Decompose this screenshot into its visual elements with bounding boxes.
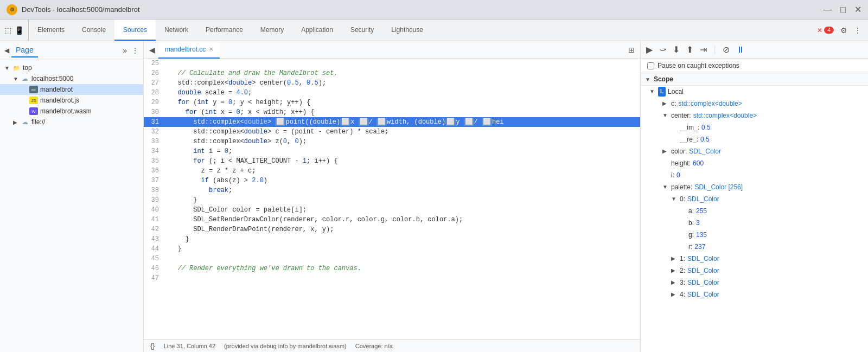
tree-item-top[interactable]: ▼ 📁 top xyxy=(0,62,143,73)
debug-info-status: (provided via debug info by mandelbrot.w… xyxy=(224,343,347,349)
editor-tab-close-icon[interactable]: ✕ xyxy=(209,46,213,52)
tree-label-top: top xyxy=(23,64,32,72)
tree-label-js: mandelbrot.js xyxy=(40,97,79,104)
palette-4-expand-icon: ▶ xyxy=(671,290,678,299)
editor-tabs: ◀ mandelbrot.cc ✕ ⊞ xyxy=(144,41,640,59)
step-button[interactable]: ⇥ xyxy=(699,43,708,56)
tree-label-file: file:// xyxy=(31,118,45,126)
page-tab[interactable]: Page xyxy=(11,43,38,57)
scope-c[interactable]: ▶ c: std::complex<double> xyxy=(641,98,868,110)
minimize-button[interactable]: — xyxy=(823,5,832,14)
inspect-icon[interactable]: ⬚ xyxy=(4,26,11,35)
scope-palette-0[interactable]: ▼ 0: SDL_Color xyxy=(641,193,868,205)
tree-item-localhost[interactable]: ▼ ☁ localhost:5000 xyxy=(0,73,143,84)
close-button[interactable]: ✕ xyxy=(854,5,861,14)
scope-i: i: 0 xyxy=(641,169,868,181)
coverage-status: Coverage: n/a xyxy=(355,343,393,349)
device-icon[interactable]: 📱 xyxy=(15,26,24,35)
deactivate-breakpoints-button[interactable]: ⊘ xyxy=(722,43,731,56)
maximize-button[interactable]: □ xyxy=(840,5,846,14)
editor-toolbar-right: ⊞ xyxy=(627,44,638,55)
pause-exceptions-checkbox[interactable] xyxy=(647,62,654,69)
scope-palette-4[interactable]: ▶ 4: SDL_Color xyxy=(641,289,868,300)
scope-palette-1[interactable]: ▶ 1: SDL_Color xyxy=(641,253,868,265)
code-line-39: 39 } xyxy=(144,195,640,205)
scope-center-im: __im_: 0.5 xyxy=(641,121,868,133)
title-bar: ⚙ DevTools - localhost:5000/mandelbrot —… xyxy=(0,0,868,20)
palette-3-expand-icon: ▶ xyxy=(671,278,678,287)
scope-local-header[interactable]: ▼ L Local xyxy=(641,86,868,98)
code-view[interactable]: 25 26 // Calculate and draw the Mandelbr… xyxy=(144,59,640,339)
tab-lighthouse[interactable]: Lighthouse xyxy=(382,20,432,41)
folder-icon-top: 📁 xyxy=(12,63,21,72)
file-tree: ▼ 📁 top ▼ ☁ localhost:5000 cc mandelbrot… xyxy=(0,60,143,352)
editor-tab-mandelbrot-cc[interactable]: mandelbrot.cc ✕ xyxy=(158,41,220,59)
local-expand-icon: ▼ xyxy=(649,87,656,97)
scope-color[interactable]: ▶ color: SDL_Color xyxy=(641,145,868,157)
tree-label-wasm: mandelbrot.wasm xyxy=(40,107,92,115)
scope-label: Scope xyxy=(654,75,673,83)
c-expand-icon: ▶ xyxy=(662,99,669,108)
local-label: Local xyxy=(668,87,684,97)
pause-button[interactable]: ⏸ xyxy=(735,44,746,56)
code-line-41: 41 SDL_SetRenderDrawColor(renderer, colo… xyxy=(144,215,640,225)
devtools-icons-left: ⬚ 📱 xyxy=(0,20,29,41)
tree-item-file[interactable]: ▶ ☁ file:// xyxy=(0,117,143,127)
scope-palette-3[interactable]: ▶ 3: SDL_Color xyxy=(641,277,868,289)
scope-palette[interactable]: ▼ palette: SDL_Color [256] xyxy=(641,181,868,193)
tree-item-mandelbrot[interactable]: cc mandelbrot xyxy=(0,84,143,95)
format-button[interactable]: {} xyxy=(150,342,155,350)
more-options-button[interactable]: ⋮ xyxy=(854,26,861,35)
scope-center-re: __re_: 0.5 xyxy=(641,133,868,145)
code-line-34: 34 int i = 0; xyxy=(144,146,640,156)
pause-exceptions-label: Pause on caught exceptions xyxy=(658,62,739,69)
scope-palette-2[interactable]: ▶ 2: SDL_Color xyxy=(641,265,868,277)
toolbar-separator xyxy=(714,45,715,55)
code-line-31: 31 std::complex<double> ⬜point((double)⬜… xyxy=(144,117,640,127)
tab-network[interactable]: Network xyxy=(156,20,197,41)
tab-console[interactable]: Console xyxy=(73,20,114,41)
window-controls[interactable]: — □ ✕ xyxy=(823,5,861,14)
scope-section-header[interactable]: ▼ Scope xyxy=(641,73,868,86)
pause-exceptions-row: Pause on caught exceptions xyxy=(641,59,868,73)
tab-security[interactable]: Security xyxy=(342,20,382,41)
devtools-logo: ⚙ xyxy=(7,4,17,15)
scope-center[interactable]: ▼ center: std::complex<double> xyxy=(641,110,868,121)
step-into-button[interactable]: ⬇ xyxy=(672,43,681,56)
local-badge: L xyxy=(658,87,666,97)
title-bar-left: ⚙ DevTools - localhost:5000/mandelbrot xyxy=(7,4,140,15)
code-line-36: 36 z = z * z + c; xyxy=(144,166,640,176)
code-line-42: 42 SDL_RenderDrawPoint(renderer, x, y); xyxy=(144,225,640,234)
code-line-32: 32 std::complex<double> c = (point - cen… xyxy=(144,127,640,137)
tree-item-mandelbrot-js[interactable]: JS mandelbrot.js xyxy=(0,95,143,106)
scope-palette-0-g: g: 135 xyxy=(641,229,868,241)
step-over-button[interactable]: ⤻ xyxy=(658,43,667,56)
right-panel: ▶ ⤻ ⬇ ⬆ ⇥ ⊘ ⏸ Pause on caught exceptions… xyxy=(640,41,868,352)
center-expand-icon: ▼ xyxy=(662,111,669,120)
settings-button[interactable]: ⚙ xyxy=(840,26,847,35)
code-line-45: 45 xyxy=(144,254,640,264)
tab-sources[interactable]: Sources xyxy=(114,20,156,41)
tab-application[interactable]: Application xyxy=(292,20,342,41)
pretty-print-icon[interactable]: ⊞ xyxy=(627,44,636,55)
more-tabs-icon[interactable]: » xyxy=(123,46,127,55)
code-line-33: 33 std::complex<double> z(0, 0); xyxy=(144,137,640,146)
scope-palette-0-r: r: 237 xyxy=(641,241,868,253)
devtools-icons-right: ✕ 4 ⚙ ⋮ xyxy=(810,20,868,41)
resume-button[interactable]: ▶ xyxy=(645,43,654,56)
tree-arrow-top: ▼ xyxy=(4,65,12,71)
tab-elements[interactable]: Elements xyxy=(29,20,73,41)
sidebar-back-icon[interactable]: ◀ xyxy=(4,47,9,54)
tab-prev-icon[interactable]: ◀ xyxy=(146,46,158,54)
tab-memory[interactable]: Memory xyxy=(252,20,292,41)
debugger-toolbar: ▶ ⤻ ⬇ ⬆ ⇥ ⊘ ⏸ xyxy=(641,41,868,59)
sidebar-menu-icon[interactable]: ⋮ xyxy=(131,46,139,55)
tree-item-mandelbrot-wasm[interactable]: W mandelbrot.wasm xyxy=(0,106,143,117)
main-layout: ◀ Page » ⋮ ▼ 📁 top ▼ ☁ localhost:5000 cc xyxy=(0,41,868,352)
tab-performance[interactable]: Performance xyxy=(197,20,252,41)
step-out-button[interactable]: ⬆ xyxy=(685,43,694,56)
errors-badge: ✕ 4 xyxy=(817,27,834,34)
cloud-icon-file: ☁ xyxy=(21,118,29,126)
file-icon-wasm: W xyxy=(29,107,38,116)
code-line-44: 44 } xyxy=(144,244,640,254)
